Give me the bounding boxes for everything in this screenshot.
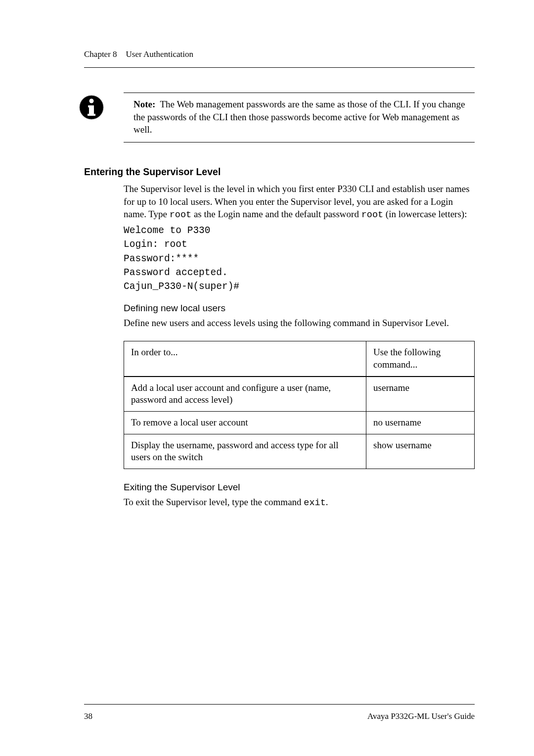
table-cell: To remove a local user account: [124, 411, 366, 434]
svg-point-2: [89, 99, 94, 103]
note-text: Note: The Web management passwords are t…: [134, 98, 475, 136]
code-line: Password:****: [124, 252, 475, 266]
table-cell: Add a local user account and configure a…: [124, 377, 366, 412]
code-line: Welcome to P330: [124, 224, 475, 237]
chapter-label: Chapter 8: [84, 49, 117, 59]
code-line: Cajun_P330-N(super)#: [124, 280, 475, 293]
table-cell: username: [366, 377, 475, 412]
table-cell: no username: [366, 411, 475, 434]
sub2-para: To exit the Supervisor level, type the c…: [124, 496, 475, 510]
note-label: Note:: [134, 99, 155, 109]
table-row: Add a local user account and configure a…: [124, 377, 475, 412]
note-block: Note: The Web management passwords are t…: [124, 93, 475, 142]
commands-table: In order to... Use the following command…: [124, 341, 475, 469]
page-number: 38: [84, 711, 92, 721]
sub1-para: Define new users and access levels using…: [124, 317, 475, 330]
table-row: Display the username, password and acces…: [124, 434, 475, 469]
table-row: To remove a local user account no userna…: [124, 411, 475, 434]
table-cell: Display the username, password and acces…: [124, 434, 366, 469]
chapter-title: User Authentication: [126, 49, 193, 59]
table-header: Use the following command...: [366, 341, 475, 377]
section-heading-entering: Entering the Supervisor Level: [84, 166, 475, 178]
doc-title: Avaya P332G-ML User's Guide: [367, 711, 475, 721]
subheading-defining: Defining new local users: [124, 303, 475, 314]
page-header: Chapter 8 User Authentication: [84, 49, 475, 68]
table-header: In order to...: [124, 341, 366, 377]
table-cell: show username: [366, 434, 475, 469]
code-line: Password accepted.: [124, 266, 475, 280]
note-body: The Web management passwords are the sam…: [134, 99, 465, 135]
code-block: Welcome to P330 Login: root Password:***…: [124, 224, 475, 293]
section1-para: The Supervisor level is the level in whi…: [124, 183, 475, 222]
subheading-exiting: Exiting the Supervisor Level: [124, 482, 475, 493]
code-line: Login: root: [124, 237, 475, 251]
page-footer: 38 Avaya P332G-ML User's Guide: [84, 704, 475, 721]
